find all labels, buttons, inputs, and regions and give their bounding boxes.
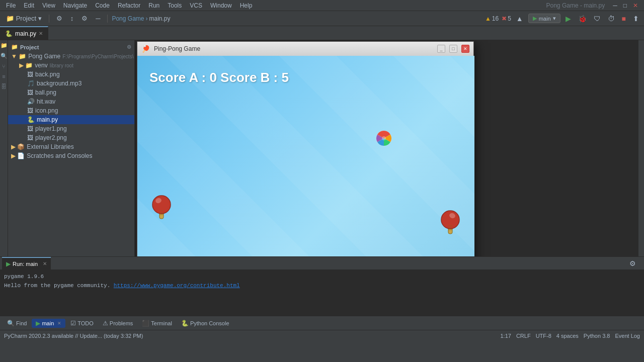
menu-help[interactable]: Help [236,1,257,10]
pygame-window[interactable]: 🏓 Ping-Pong Game _ □ ✕ Score A : 0 Score… [137,41,474,256]
profile-button[interactable]: ⏱ [606,14,617,24]
collapse-btn[interactable]: ─ [93,13,103,24]
find-strip-btn[interactable]: 🔍 Find [3,319,31,328]
menu-view[interactable]: View [38,1,59,10]
tree-external-libraries[interactable]: ▶ 📦 External Libraries [8,142,134,151]
menu-window[interactable]: Window [206,1,236,10]
main-area: 📁 🔍 ⑂ ≡ 🗄 📁 Project ⚙ ▼ 📁 Pong Game F:\P… [0,40,644,256]
run-configuration[interactable]: ▶ main ▾ [528,14,560,23]
error-count[interactable]: ✖ 5 [502,15,511,22]
menu-code[interactable]: Code [91,1,114,10]
find-label: Find [16,320,27,326]
tree-hit-wav[interactable]: 🔊 hit.wav [8,97,134,106]
tab-close-icon[interactable]: ✕ [39,31,43,36]
editor-tabbar: 🐍 main.py ✕ [0,26,644,40]
tree-icon-png[interactable]: 🖼 icon.png [8,106,134,115]
image-icon: 🖼 [27,71,33,78]
console-pygame-text: pygame 1.9.6 [4,274,44,280]
menu-navigate[interactable]: Navigate [59,1,91,10]
debug-button[interactable]: 🐞 [576,14,589,24]
window-minimize[interactable]: ─ [611,1,619,10]
tree-pong-game[interactable]: ▼ 📁 Pong Game F:\Programs\PyCharm\Projec… [8,52,134,61]
bottom-tab-run[interactable]: ▶ Run: main ✕ [2,257,51,269]
menu-file[interactable]: File [2,1,20,10]
external-libraries-label: External Libraries [27,143,73,150]
pygame-titlebar[interactable]: 🏓 Ping-Pong Game _ □ ✕ [137,42,473,56]
library-root-label: library root [50,63,73,68]
tab-main-py[interactable]: 🐍 main.py ✕ [0,26,48,40]
cursor-position[interactable]: 1:17 [501,333,511,339]
chevron-up-icon[interactable]: ▲ [514,14,525,24]
run-button[interactable]: ▶ [564,14,573,24]
window-close[interactable]: ✕ [631,1,640,10]
indent-setting[interactable]: 4 spaces [556,333,579,339]
menu-vcs[interactable]: VCS [186,1,206,10]
stop-button[interactable]: ■ [620,14,628,24]
warning-count[interactable]: ▲ 16 [485,15,499,22]
project-dropdown[interactable]: 📁 Project ▾ [3,13,45,24]
encoding[interactable]: UTF-8 [536,333,551,339]
vcs-gutter-icon[interactable]: ⑂ [2,63,6,69]
game-maximize-btn[interactable]: □ [449,45,457,53]
pygame-community-link[interactable]: https://www.pygame.org/contribute.html [114,283,240,289]
run-strip-btn[interactable]: ▶ main ✕ [32,319,65,328]
problems-label: Problems [110,320,133,326]
menu-tools[interactable]: Tools [164,1,186,10]
terminal-label: Terminal [151,320,172,326]
window-maximize[interactable]: □ [621,1,629,10]
todo-strip-btn[interactable]: ☑ TODO [66,319,98,328]
coverage-button[interactable]: 🛡 [592,14,603,24]
game-ball [376,130,392,146]
expand-btn[interactable]: ⚙ [78,13,91,24]
menu-refactor[interactable]: Refactor [114,1,144,10]
update-notification[interactable]: PyCharm 2020.2.3 available // Update... … [4,333,143,339]
ext-lib-icon: ▶ 📦 [11,143,25,150]
tree-player1-png[interactable]: 🖼 player1.png [8,124,134,133]
python-console-strip-btn[interactable]: 🐍 Python Console [177,319,233,328]
toolbar-right: ▲ 16 ✖ 5 ▲ ▶ main ▾ ▶ 🐞 🛡 ⏱ ■ ⬆ [485,14,641,24]
tree-scratches[interactable]: ▶ 📄 Scratches and Consoles [8,151,134,160]
breadcrumb-file[interactable]: main.py [149,15,170,22]
git-update-button[interactable]: ⬆ [631,14,641,24]
tree-player2-png[interactable]: 🖼 player2.png [8,133,134,142]
database-icon[interactable]: 🗄 [1,83,7,89]
problems-strip-btn[interactable]: ⚠ Problems [99,319,137,328]
menu-edit[interactable]: Edit [20,1,38,10]
tree-background-mp3[interactable]: 🎵 background.mp3 [8,79,134,88]
tree-back-png[interactable]: 🖼 back.png [8,70,134,79]
background-mp3-label: background.mp3 [37,80,82,87]
svg-point-9 [441,211,459,229]
settings-btn[interactable]: ⚙ [53,13,65,24]
activity-bar: 📁 🔍 ⑂ ≡ 🗄 [0,40,8,256]
event-log[interactable]: Event Log [615,333,640,339]
line-ending[interactable]: CRLF [516,333,531,339]
language[interactable]: Python 3.8 [584,333,610,339]
run-tab-close[interactable]: ✕ [43,261,47,266]
separator [49,15,49,23]
menu-run[interactable]: Run [144,1,164,10]
breadcrumb-project[interactable]: Pong Game [112,15,144,22]
sync-btn[interactable]: ↕ [67,13,77,24]
run-strip-close[interactable]: ✕ [57,321,61,326]
tree-sort-icon[interactable]: ⚙ [127,44,131,50]
terminal-strip-btn[interactable]: ⬛ Terminal [138,319,176,328]
todo-icon: ☑ [70,320,76,327]
right-scrollbar[interactable] [638,40,644,256]
tree-venv[interactable]: ▶ 📁 venv library root [8,61,134,70]
separator2 [107,15,108,23]
bottom-settings-btn[interactable]: ⚙ [627,258,638,268]
search-gutter-icon[interactable]: 🔍 [1,53,8,59]
tree-header: 📁 Project ⚙ [8,42,134,52]
game-icon: 🏓 [141,45,150,53]
svg-point-1 [382,136,386,140]
game-minimize-btn[interactable]: _ [437,45,445,53]
pong-game-folder-label: Pong Game [28,53,60,60]
game-close-btn[interactable]: ✕ [461,45,469,53]
hit-wav-label: hit.wav [37,98,55,105]
tree-main-py[interactable]: 🐍 main.py [8,115,134,124]
project-icon[interactable]: 📁 [1,42,8,49]
bottom-strip: 🔍 Find ▶ main ✕ ☑ TODO ⚠ Problems ⬛ Term… [0,316,644,330]
tree-ball-png[interactable]: 🖼 ball.png [8,88,134,97]
game-canvas: Score A : 0 Score B : 5 [137,56,474,256]
structure-icon[interactable]: ≡ [2,73,5,79]
